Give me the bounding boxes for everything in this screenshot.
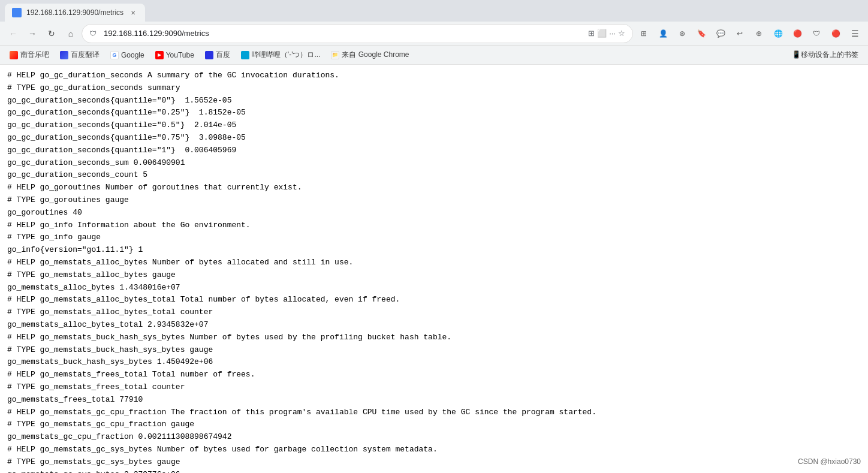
bookmark-favicon-baidu xyxy=(205,51,213,59)
star-icon[interactable]: ☆ xyxy=(618,29,625,38)
bookmark-bilibili[interactable]: 哔哩哔哩（'-'つ）ロ... xyxy=(236,47,326,62)
browser-action-3[interactable]: 💬 xyxy=(712,25,729,42)
bookmark-google[interactable]: G Google xyxy=(106,49,149,62)
bookmark-favicon-youtube: ▶ xyxy=(155,51,164,59)
bookmark-label-from-google: 来自 Google Chrome xyxy=(342,50,409,60)
bookmark-favicon-bilibili xyxy=(241,51,249,59)
active-tab[interactable]: 192.168.116.129:9090/metrics ✕ xyxy=(5,4,145,22)
menu-button[interactable]: ☰ xyxy=(846,25,863,42)
bookmark-favicon-from-google: 📁 xyxy=(331,51,339,59)
bookmark-label-mobile: 📱移动设备上的书签 xyxy=(792,50,858,60)
browser-action-1[interactable]: ⊛ xyxy=(674,25,691,42)
bookmark-youtube[interactable]: ▶ YouTube xyxy=(150,49,199,62)
browser-action-2[interactable]: 🔖 xyxy=(693,25,710,42)
bookmark-mobile[interactable]: 📱移动设备上的书签 xyxy=(787,47,863,62)
home-button[interactable]: ⌂ xyxy=(62,25,79,42)
content-area[interactable]: # HELP go_gc_duration_seconds A summary … xyxy=(0,65,868,473)
bookmark-label-youtube: YouTube xyxy=(166,51,194,59)
bookmarks-bar: 南音乐吧 百度翻译 G Google ▶ YouTube 百度 哔哩哔哩（'-'… xyxy=(0,46,868,65)
forward-button[interactable]: → xyxy=(24,25,41,42)
reload-button[interactable]: ↻ xyxy=(43,25,60,42)
tab-bar: 192.168.116.129:9090/metrics ✕ xyxy=(0,0,868,22)
browser-action-8[interactable]: 🛡 xyxy=(808,25,825,42)
browser-action-9[interactable]: 🔴 xyxy=(827,25,844,42)
address-bar-right-icons: ⊞ ⬜ ··· ☆ xyxy=(588,29,625,38)
cast-icon[interactable]: ⬜ xyxy=(597,29,607,38)
tab-close-button[interactable]: ✕ xyxy=(128,8,138,17)
tab-title: 192.168.116.129:9090/metrics xyxy=(26,8,123,17)
nav-right-buttons: ⊞ 👤 ⊛ 🔖 💬 ↩ ⊕ 🌐 🔴 🛡 🔴 ☰ xyxy=(635,25,863,42)
browser-action-7[interactable]: 🔴 xyxy=(789,25,806,42)
bookmark-baidu[interactable]: 百度 xyxy=(200,47,235,62)
extensions-button[interactable]: ⊞ xyxy=(635,25,652,42)
browser-action-4[interactable]: ↩ xyxy=(731,25,748,42)
bookmark-label-baidu: 百度 xyxy=(216,50,230,60)
tab-favicon xyxy=(12,8,22,17)
bookmark-label-nanguo: 南音乐吧 xyxy=(20,50,49,60)
nav-bar: ← → ↻ ⌂ 🛡 ⊞ ⬜ ··· ☆ ⊞ 👤 ⊛ 🔖 💬 ↩ ⊕ 🌐 🔴 🛡 … xyxy=(0,22,868,46)
bookmark-favicon-nanguo xyxy=(10,51,18,59)
bookmark-from-google[interactable]: 📁 来自 Google Chrome xyxy=(326,47,414,62)
bookmark-right: 📱移动设备上的书签 xyxy=(787,47,863,62)
profile-button[interactable]: 👤 xyxy=(655,25,671,42)
url-input[interactable] xyxy=(104,29,583,38)
watermark: CSDN @hxiao0730 xyxy=(798,457,861,466)
bookmark-label-baidu-translate: 百度翻译 xyxy=(71,50,100,60)
shield-icon: 🛡 xyxy=(89,29,97,38)
address-bar-icons: 🛡 xyxy=(89,29,99,38)
address-bar[interactable]: 🛡 ⊞ ⬜ ··· ☆ xyxy=(82,24,633,43)
bookmark-label-bilibili: 哔哩哔哩（'-'つ）ロ... xyxy=(252,50,321,60)
browser-action-5[interactable]: ⊕ xyxy=(751,25,767,42)
qr-icon[interactable]: ⊞ xyxy=(588,29,595,38)
metrics-content: # HELP go_gc_duration_seconds A summary … xyxy=(7,70,861,473)
back-button[interactable]: ← xyxy=(5,25,22,42)
browser-action-6[interactable]: 🌐 xyxy=(770,25,786,42)
more-icon[interactable]: ··· xyxy=(609,29,616,38)
bookmark-favicon-baidu-translate xyxy=(60,51,68,59)
bookmark-favicon-google: G xyxy=(110,51,119,59)
bookmark-label-google: Google xyxy=(121,51,144,59)
bookmark-nanguo[interactable]: 南音乐吧 xyxy=(5,47,54,62)
bookmark-baidu-translate[interactable]: 百度翻译 xyxy=(55,47,104,62)
